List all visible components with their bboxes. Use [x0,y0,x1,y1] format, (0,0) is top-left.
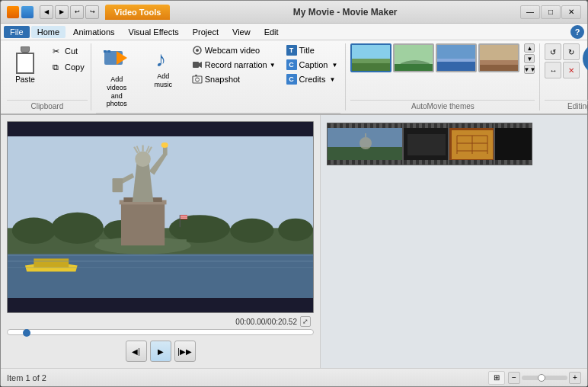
webcam-label: Webcam video [205,46,260,55]
theme-scroll-up[interactable]: ▲ [524,43,535,53]
timeline-strip [327,121,581,167]
svg-rect-23 [480,60,519,65]
svg-rect-3 [107,50,110,53]
fullscreen-button[interactable]: ⤢ [300,316,311,327]
title-nav-buttons: ◀ ▶ ↩ ↪ [40,5,99,19]
theme-scroll-more[interactable]: ▼▼ [524,65,535,74]
record-label: Record narration [205,60,267,69]
play-button[interactable]: ▶ [150,341,171,362]
theme-1-button[interactable] [350,43,391,72]
remove-button[interactable]: ✕ [563,62,580,78]
help-button[interactable]: ? [570,25,584,39]
webcam-button[interactable]: Webcam video [189,43,279,57]
status-icon-button-1[interactable]: ⊞ [488,371,505,385]
paste-label: Paste [15,75,35,84]
nav-back-button[interactable]: ◀ [40,5,53,19]
progress-bar[interactable] [7,329,314,335]
add-music-icon: ♪ [151,46,175,71]
svg-rect-7 [193,62,199,68]
svg-rect-62 [181,218,187,219]
theme-2-button[interactable] [393,43,434,72]
caption-button[interactable]: C Caption ▼ [283,58,341,72]
svg-rect-42 [121,202,165,245]
cut-label: Cut [65,46,78,56]
cut-button[interactable]: ✂ Cut [46,43,88,59]
progress-thumb[interactable] [23,329,30,337]
svg-rect-11 [195,75,197,76]
webcam-icon [192,45,203,56]
zoom-out-button[interactable]: − [508,372,520,384]
paste-body [16,53,34,74]
cloud-btn-wrapper: ☁ [583,43,588,78]
add-top: Add videos and photos ♪ Add music Webcam… [96,43,341,111]
video-image [8,122,313,312]
rotate-flip-group: ↺ ↻ ↔ ✕ [545,43,580,78]
menu-view[interactable]: View [226,26,257,38]
app-icon-blue [21,6,34,18]
film-clip-2[interactable] [403,123,449,165]
add-music-button[interactable]: ♪ Add music [142,43,184,92]
title-bar-icons [7,6,34,18]
title-bar: ◀ ▶ ↩ ↪ Video Tools My Movie - Movie Mak… [1,1,587,24]
record-dropdown[interactable]: ▼ [270,62,276,69]
svg-rect-60 [181,215,187,219]
film-clip-1[interactable] [327,123,403,165]
title-label: Title [299,46,315,55]
credits-dropdown[interactable]: ▼ [329,76,335,83]
minimize-button[interactable]: — [520,5,540,19]
svg-point-46 [135,151,151,167]
rotate-right-button[interactable]: ↻ [563,43,580,60]
svg-rect-20 [437,59,477,62]
window-title: My Movie - Movie Maker [179,7,511,18]
menu-file[interactable]: File [4,26,30,38]
clip-2-thumbnail [404,128,449,162]
add-videos-button[interactable]: Add videos and photos [96,43,138,111]
nav-undo-button[interactable]: ↩ [70,5,84,19]
svg-rect-19 [437,60,477,72]
svg-rect-68 [407,134,446,155]
app-window: ◀ ▶ ↩ ↪ Video Tools My Movie - Movie Mak… [0,0,588,387]
theme-4-button[interactable] [478,43,519,72]
copy-label: Copy [65,62,85,72]
maximize-button[interactable]: □ [541,5,561,19]
copy-button[interactable]: ⧉ Copy [46,59,88,75]
title-button[interactable]: T Title [283,43,341,57]
snapshot-button[interactable]: Snapshot [189,72,279,86]
nav-redo-button[interactable]: ↪ [85,5,99,19]
snapshot-label: Snapshot [205,75,240,84]
credits-button[interactable]: C Credits ▼ [283,72,341,86]
film-clip-3[interactable] [449,123,494,165]
svg-rect-54 [112,178,123,192]
nav-forward-button[interactable]: ▶ [55,5,69,19]
close-button[interactable]: ✕ [561,5,581,19]
theme-scroll: ▲ ▼ ▼▼ [524,43,535,74]
menu-project[interactable]: Project [187,26,225,38]
caption-dropdown[interactable]: ▼ [331,62,337,69]
theme-scroll-down[interactable]: ▼ [524,54,535,63]
video-tools-tab[interactable]: Video Tools [105,5,170,20]
theme-3-button[interactable] [436,43,477,72]
svg-rect-9 [193,76,202,83]
menu-home[interactable]: Home [31,26,66,38]
zoom-track[interactable] [522,376,567,380]
webcam-record-group: Webcam video Record narration ▼ Snapshot [189,43,279,86]
record-button[interactable]: Record narration ▼ [189,58,279,72]
menu-animations[interactable]: Animations [67,26,120,38]
add-section: Add videos and photos ♪ Add music Webcam… [91,43,347,110]
svg-rect-14 [352,59,391,63]
svg-rect-61 [181,216,187,216]
flip-h-button[interactable]: ↔ [545,62,561,78]
zoom-in-button[interactable]: + [569,372,581,384]
film-clip-4[interactable] [494,123,532,165]
fast-forward-button[interactable]: |▶▶ [174,341,196,362]
rewind-button[interactable]: ◀| [126,341,147,362]
menu-visual-effects[interactable]: Visual Effects [123,26,185,38]
menu-edit[interactable]: Edit [258,26,285,38]
paste-button[interactable]: Paste [7,43,43,87]
time-text: 00:00.00/00:20.52 [235,318,297,326]
svg-rect-55 [34,258,69,267]
rotate-left-button[interactable]: ↺ [545,43,561,60]
cloud-edit-button[interactable]: ☁ [583,43,588,74]
svg-point-6 [196,49,199,52]
zoom-handle[interactable] [538,374,545,382]
